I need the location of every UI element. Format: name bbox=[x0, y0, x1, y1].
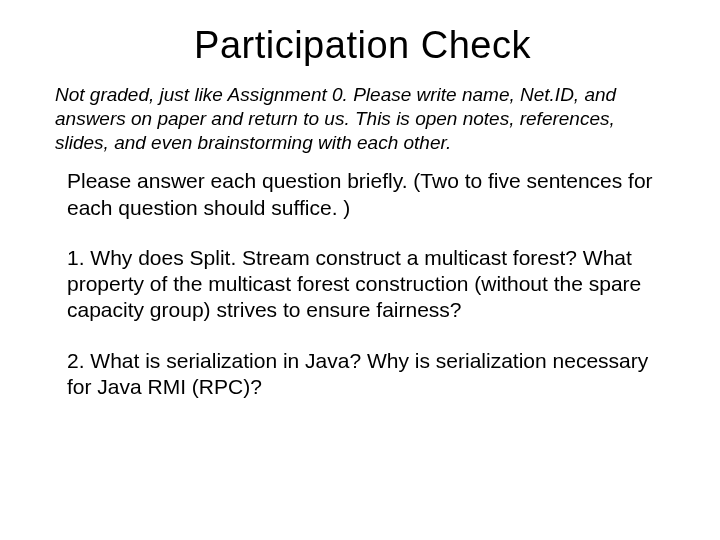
subtitle-text: Not graded, just like Assignment 0. Plea… bbox=[55, 83, 670, 154]
question-1: 1. Why does Split. Stream construct a mu… bbox=[55, 245, 670, 324]
question-2: 2. What is serialization in Java? Why is… bbox=[55, 348, 670, 401]
instruction-text: Please answer each question briefly. (Tw… bbox=[55, 168, 670, 221]
page-title: Participation Check bbox=[55, 24, 670, 67]
